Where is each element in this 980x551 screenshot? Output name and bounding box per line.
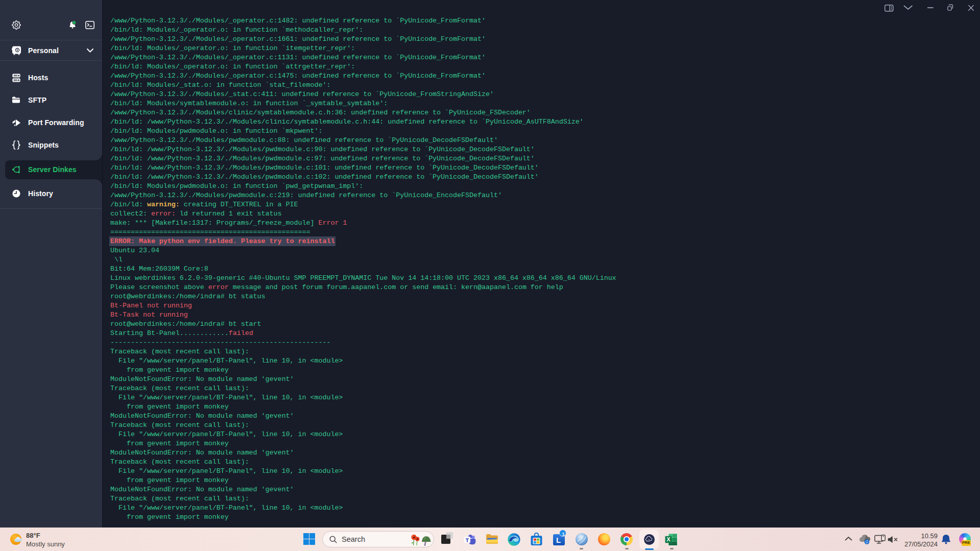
svg-text:X: X [666, 536, 670, 542]
